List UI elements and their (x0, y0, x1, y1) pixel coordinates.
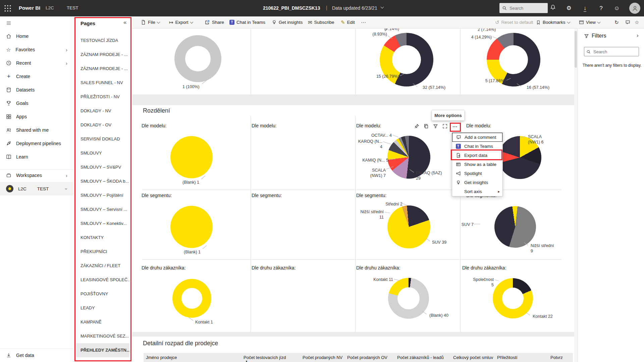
page-item[interactable]: KAMPANĚ (76, 315, 129, 329)
page-item[interactable]: SERVISNÍ DOKLAD (76, 132, 129, 146)
sidebar-item-create[interactable]: + Create (0, 70, 74, 83)
page-item[interactable]: SALES FUNNEL - NV (76, 76, 129, 90)
pages-collapse-icon[interactable]: « (123, 19, 126, 26)
donut-chart-customer-detail[interactable] (388, 278, 429, 319)
table-header[interactable]: Počet zákazníků - leadů (397, 355, 444, 360)
page-item[interactable]: MARKETINGOVÉ SEZ... (76, 329, 129, 343)
breadcrumb-workspace[interactable]: L2C (46, 5, 54, 10)
share-button[interactable]: Share (205, 16, 224, 28)
donut-chart-nv[interactable] (174, 35, 221, 82)
table-header[interactable]: Příležitostí (497, 355, 518, 360)
page-item[interactable]: DOKLADY - OV (76, 118, 129, 132)
page-item[interactable]: SMLOUVY – Pojištění (76, 188, 129, 202)
page-item[interactable]: ZÁZNAM PRODEJE - ... (76, 62, 129, 76)
file-menu-button[interactable]: File (141, 16, 160, 28)
page-item[interactable]: PŘÍLEŽITOSTI - NV (76, 90, 129, 104)
page-item[interactable]: PŘEKUPNÍCI (76, 245, 129, 259)
comments-button[interactable] (625, 16, 630, 28)
breadcrumb-environment[interactable]: TEST (67, 5, 78, 10)
table-header[interactable]: Jméno prodejce (146, 355, 177, 360)
nav-hamburger[interactable] (0, 16, 74, 30)
view-button[interactable]: View (579, 16, 600, 28)
section-title-rozdeleni: Rozdělení (143, 107, 170, 114)
sidebar-item-home[interactable]: Home (0, 29, 74, 43)
filter-visual-icon[interactable] (431, 122, 439, 130)
menu-item-add-a-comment[interactable]: Add a comment (452, 133, 502, 142)
sidebar-item-recent[interactable]: Recent › (0, 56, 74, 70)
sidebar-item-shared-with-me[interactable]: Shared with me (0, 123, 74, 137)
page-item[interactable]: TESTOVACÍ JÍZDA (76, 34, 129, 48)
refresh-visuals-button[interactable]: ↻ (614, 16, 619, 28)
chat-in-teams-button[interactable]: T Chat in Teams (229, 16, 265, 28)
export-menu-button[interactable]: ↦ Export (169, 16, 193, 28)
subscribe-button[interactable]: ✉ Subscribe (308, 16, 334, 28)
menu-item-spotlight[interactable]: Spotlight (452, 169, 502, 178)
sidebar-item-favorites[interactable]: ☆ Favorites › (0, 43, 74, 56)
notifications-bell-icon[interactable] (549, 4, 557, 12)
help-icon[interactable]: ? (597, 4, 605, 12)
get-insights-button[interactable]: Get insights (272, 16, 303, 28)
filters-collapse-icon[interactable]: › (637, 32, 639, 39)
table-header[interactable]: Potvrz (550, 355, 563, 360)
pin-visual-icon[interactable] (413, 122, 421, 130)
favorite-star-button[interactable]: ☆ (635, 16, 639, 28)
page-item[interactable]: ZÁZNAM PRODEJE - ... (76, 48, 129, 62)
focus-mode-icon[interactable] (441, 122, 449, 130)
menu-item-export-data[interactable]: Export data (452, 151, 502, 160)
sidebar-item-deployment-pipelines[interactable]: Deployment pipelines (0, 137, 74, 150)
menu-item-sort-axis[interactable]: Sort axis ▸ (452, 187, 502, 196)
download-icon[interactable]: ↓ (581, 4, 589, 12)
data-updated-label[interactable]: Data updated 6/23/21 (332, 5, 377, 11)
page-item[interactable]: LEASINGOVÉ SPOLEČ... (76, 273, 129, 287)
donut-chart-customer-right[interactable] (493, 278, 533, 318)
table-header[interactable]: Celkový počet smluv (453, 355, 493, 360)
filters-search[interactable] (584, 47, 639, 56)
waffle-icon[interactable] (4, 5, 11, 12)
global-search[interactable] (499, 3, 548, 13)
more-toolbar-options-button[interactable]: ⋯ (361, 16, 366, 28)
page-item[interactable]: POJIŠŤOVNY (76, 287, 129, 301)
user-avatar[interactable] (629, 3, 640, 14)
filters-search-input[interactable] (593, 49, 634, 55)
page-item[interactable]: KONTAKTY (76, 231, 129, 245)
page-item[interactable]: DOKLADY - NV (76, 104, 129, 118)
reset-to-default-button[interactable]: ↺ Reset to default (495, 16, 533, 28)
pie-chart-segment-detail[interactable] (387, 205, 430, 248)
table-header[interactable]: Počet prodaných NV (303, 355, 342, 360)
sidebar-item-get-data[interactable]: Get data (0, 349, 74, 362)
pie-chart-model-blank[interactable] (170, 136, 213, 178)
app-logo[interactable]: Power BI (19, 5, 40, 11)
page-item[interactable]: SMLOUVY – Servisní ... (76, 202, 129, 217)
feedback-smiley-icon[interactable]: ☺ (613, 4, 621, 12)
table-header[interactable]: Počet prodaných OV (347, 355, 387, 360)
page-item[interactable]: SMLOUVY – SV&PV (76, 160, 129, 174)
pie-chart-segment-right[interactable] (494, 206, 536, 248)
page-item-selected[interactable]: PŘEHLEDY ZAMĚSTN... (76, 343, 129, 357)
copy-visual-icon[interactable] (422, 122, 430, 130)
page-item[interactable]: LEADY (76, 301, 129, 315)
page-item[interactable]: SMLOUVY – ŠKODA b... (76, 174, 129, 188)
sidebar-item-learn[interactable]: Learn (0, 150, 74, 164)
table-header[interactable]: Počet testovacích jízd (244, 355, 286, 360)
page-item[interactable]: SMLOUVY (76, 146, 129, 160)
sidebar-item-workspaces[interactable]: Workspaces › (0, 169, 74, 182)
donut-chart-customer-blank[interactable] (172, 279, 211, 318)
page-item[interactable]: SMLOUVY – Konektiv... (76, 217, 129, 231)
settings-gear-icon[interactable]: ⚙ (565, 4, 573, 12)
menu-item-get-insights[interactable]: Get insights (452, 178, 502, 187)
sidebar-item-current-workspace[interactable]: L2C TEST › (0, 182, 74, 195)
sidebar-item-datasets[interactable]: Datasets (0, 83, 74, 97)
sidebar-item-goals[interactable]: Goals (0, 97, 74, 110)
page-item[interactable]: ZÁKAZNÍCI / FLEET (76, 259, 129, 273)
more-options-button[interactable]: ⋯ (451, 123, 459, 131)
sort-descending-icon[interactable]: ▼ (245, 360, 248, 362)
edit-button[interactable]: ✎ Edit (341, 16, 355, 28)
data-updated-chevron-icon[interactable] (381, 5, 384, 9)
sidebar-item-apps[interactable]: Apps (0, 110, 74, 123)
global-search-input[interactable] (509, 5, 540, 11)
menu-item-show-as-a-table[interactable]: Show as a table (452, 160, 502, 169)
menu-item-chat-in-teams[interactable]: T Chat in Teams (452, 142, 502, 151)
bookmarks-button[interactable]: Bookmarks (536, 16, 570, 28)
pie-chart-segment-blank[interactable] (170, 206, 213, 248)
canvas-scrollbar[interactable] (574, 28, 577, 362)
